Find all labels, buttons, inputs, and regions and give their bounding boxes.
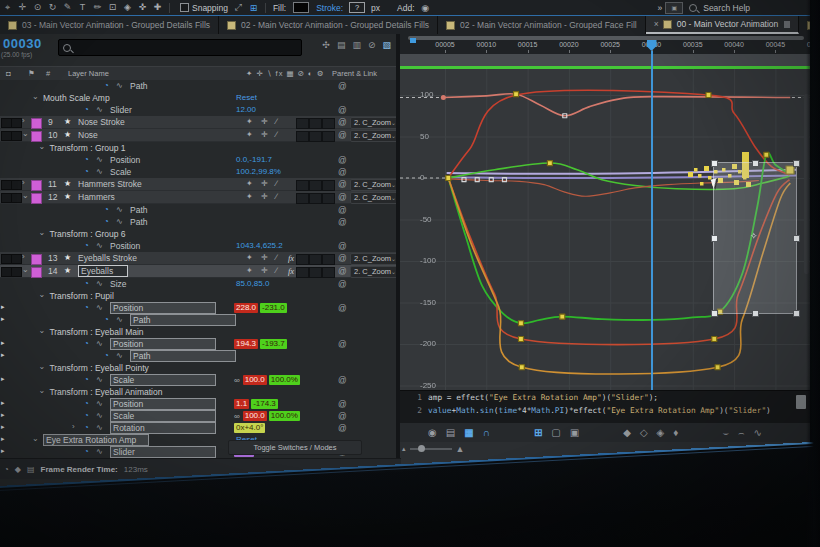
expand-arrow[interactable]: ⌄ [38, 326, 45, 335]
expand-arrow[interactable]: ⌄ [32, 92, 39, 101]
prop-row-scale[interactable]: ◔∿Scale100.2,99.8%@ [0, 166, 397, 178]
stopwatch-icon[interactable]: ◔ [84, 423, 89, 432]
toggle-switches-modes-button[interactable]: Toggle Switches / Modes [228, 440, 362, 455]
overflow-chevrons[interactable]: » [657, 3, 662, 13]
graph-editor-canvas-area[interactable]: 100500-50-100-150-200-250✧ [400, 69, 810, 390]
switch-cell[interactable] [322, 193, 335, 204]
current-time-display[interactable]: 00030 [3, 36, 42, 51]
selection-box-handle[interactable] [793, 310, 800, 317]
layer-row-11[interactable]: ›11★Hammers Stroke✦ ✛ ∕@2. C_Zoom⌄ [0, 178, 397, 191]
pick-whip-icon[interactable]: @ [338, 279, 347, 289]
value-chip[interactable]: 100.0% [269, 411, 300, 421]
fit-all-icon[interactable]: ▣ [570, 427, 579, 438]
horizontal-navigator-bar[interactable] [408, 36, 804, 40]
selection-box-handle[interactable] [711, 235, 718, 242]
expression-line[interactable]: 2value+Math.sin(time*4*Math.PI)*effect("… [400, 404, 810, 417]
eraser-tool-icon[interactable]: ◈ [120, 2, 135, 13]
value-chip[interactable]: -193.7 [260, 339, 287, 349]
pick-whip-icon[interactable]: @ [338, 399, 347, 409]
selection-box-handle[interactable] [793, 235, 800, 242]
property-label[interactable]: Path [130, 217, 148, 227]
label-column-icon[interactable]: ⚑ [28, 69, 35, 78]
clone-stamp-tool-icon[interactable]: ⊡ [105, 2, 120, 13]
parent-dropdown[interactable]: 2. C_Zoom⌄ [350, 192, 397, 204]
parent-pick-whip[interactable]: @ [338, 179, 347, 189]
lock-column-icon[interactable]: ◘ [6, 69, 11, 78]
prop-row-path[interactable]: ◔∿Path@ [0, 204, 397, 216]
graph-overlay-icon[interactable]: ∿ [96, 241, 103, 250]
switches-column-icons[interactable]: ✦ ✛ ∖ fx ▦ ⊘ ◐ ⚙ [246, 69, 324, 78]
property-label[interactable]: Position [110, 302, 216, 314]
prop-row-position[interactable]: ◔∿Position0.0,-191.7@ [0, 154, 397, 166]
workspace-icon[interactable]: ▣ [665, 2, 683, 14]
layer-switches[interactable]: ✦ ✛ ∕ [246, 253, 280, 262]
property-label[interactable]: Position [110, 241, 140, 251]
stopwatch-icon[interactable]: ◔ [84, 105, 89, 114]
keyframe-navigator-icon[interactable]: ▸ [1, 411, 5, 419]
expand-arrow[interactable]: ⌄ [32, 434, 39, 443]
group-row-transform-eyeball-main[interactable]: ⌄Transform : Eyeball Main [0, 326, 397, 338]
layer-row-14[interactable]: ⌄14★Eyeballs✦ ✛ ∕fx@2. C_Zoom⌄ [0, 265, 397, 278]
layer-name[interactable]: Hammers Stroke [78, 179, 142, 189]
pick-whip-icon[interactable]: @ [338, 339, 347, 349]
pick-whip-icon[interactable]: @ [338, 423, 347, 433]
prop-row-size[interactable]: ◔∿Size85.0,85.0@ [0, 278, 397, 290]
parent-pick-whip[interactable]: @ [338, 192, 347, 202]
expand-arrow[interactable]: ⌄ [38, 142, 45, 151]
parent-pick-whip[interactable]: @ [338, 130, 347, 140]
expand-arrow[interactable]: ⌄ [38, 290, 45, 299]
prop-row-position[interactable]: ▸◔∿Position1.1-174.3@ [0, 398, 397, 410]
render-queue-icon[interactable]: ▤ [27, 465, 35, 474]
value-chip[interactable]: 100.2,99.8% [234, 167, 283, 177]
snap-toggle-icon[interactable]: ▦ [464, 427, 473, 438]
switch-cell[interactable] [309, 267, 322, 278]
graph-overlay-icon[interactable]: ∿ [96, 167, 103, 176]
fit-selection-icon[interactable]: ▢ [551, 427, 560, 438]
expand-arrow[interactable]: › [22, 178, 25, 187]
property-label[interactable]: Size [110, 279, 127, 289]
pick-whip-icon[interactable]: @ [338, 167, 347, 177]
property-label[interactable]: Slider [110, 446, 216, 458]
value-chip[interactable]: 194.3 [234, 339, 258, 349]
keyframe-navigator-icon[interactable]: ▸ [1, 351, 5, 359]
switch-cell[interactable] [296, 180, 309, 191]
audio-switch[interactable] [11, 180, 22, 190]
layer-color-swatch[interactable] [31, 118, 42, 129]
pick-whip-icon[interactable]: @ [338, 411, 347, 421]
switch-cell[interactable] [296, 267, 309, 278]
expand-arrow[interactable]: ⌄ [38, 362, 45, 371]
switch-cell[interactable] [296, 131, 309, 142]
value-chip[interactable]: 100.0 [243, 411, 267, 421]
keyframe-navigator-icon[interactable]: ▸ [1, 315, 5, 323]
snapping-checkbox[interactable] [180, 3, 189, 12]
expand-arrow[interactable]: ⌄ [22, 129, 29, 138]
layer-row-9[interactable]: ›9★Nose Stroke✦ ✛ ∕@2. C_Zoom⌄ [0, 116, 397, 129]
linear-interpolation-icon[interactable]: ◈ [657, 427, 665, 438]
layer-name[interactable]: Hammers [78, 192, 115, 202]
stopwatch-icon[interactable]: ◔ [84, 241, 89, 250]
prop-row-slider[interactable]: ◔∿Slider12.00@ [0, 104, 397, 116]
graph-overlay-icon[interactable]: ∿ [96, 155, 103, 164]
selection-tool-icon[interactable]: ⌖ [0, 2, 15, 13]
graph-overlay-icon[interactable]: ∿ [96, 105, 103, 114]
zoom-out-icon[interactable]: ▴ [402, 445, 406, 453]
switch-cell[interactable] [322, 118, 335, 129]
tab-close-icon[interactable]: × [654, 19, 659, 29]
switch-cell[interactable] [296, 193, 309, 204]
motion-blur-icon[interactable]: ⊘ [368, 40, 376, 50]
keyframe-navigator-icon[interactable]: ▸ [1, 375, 5, 383]
graph-overlay-icon[interactable]: ∿ [96, 279, 103, 288]
stopwatch-icon[interactable]: ◔ [84, 303, 89, 312]
group-row-transform-group-6[interactable]: ⌄Transform : Group 6 [0, 228, 397, 240]
type-tool-icon[interactable]: T [75, 2, 90, 13]
layer-name[interactable]: Nose [78, 130, 98, 140]
layer-color-swatch[interactable] [31, 193, 42, 204]
group-row-transform-eyeball-pointy[interactable]: ⌄Transform : Eyeball Pointy [0, 362, 397, 374]
time-ruler[interactable]: 0000500010000150002000025000300003500040… [400, 34, 810, 55]
value-chip[interactable]: Reset [234, 93, 259, 103]
composition-tab-0[interactable]: 03 - Main Vector Animation - Grouped Det… [0, 16, 219, 34]
stopwatch-icon[interactable]: ◔ [84, 167, 89, 176]
switch-cell[interactable] [322, 131, 335, 142]
pick-whip-icon[interactable]: @ [338, 375, 347, 385]
parent-link-column-header[interactable]: Parent & Link [332, 69, 377, 78]
